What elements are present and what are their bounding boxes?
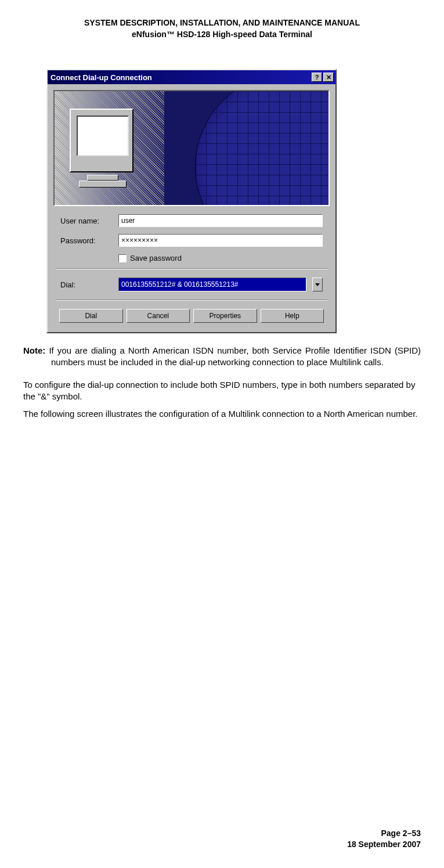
save-password-label: Save password: [130, 254, 182, 262]
document-header: SYSTEM DESCRIPTION, INSTALLATION, AND MA…: [23, 17, 421, 40]
note-label: Note:: [23, 345, 45, 355]
divider-1: [56, 268, 327, 269]
screenshot-figure: Connect Dial-up Connection ? ✕ User name…: [46, 69, 421, 333]
connect-dialog: Connect Dial-up Connection ? ✕ User name…: [46, 69, 337, 333]
dial-row: Dial:: [53, 278, 330, 291]
note-text: If you are dialing a North American ISDN…: [49, 345, 421, 367]
note-block: Note: If you are dialing a North America…: [23, 345, 421, 369]
body-para-2: The following screen illustrates the con…: [23, 408, 421, 420]
dial-button[interactable]: Dial: [59, 309, 123, 323]
header-line-1: SYSTEM DESCRIPTION, INSTALLATION, AND MA…: [23, 17, 421, 29]
password-label: Password:: [60, 236, 118, 245]
header-line-2: eNfusion™ HSD-128 High-speed Data Termin…: [23, 29, 421, 41]
dialog-title: Connect Dial-up Connection: [49, 73, 152, 82]
globe-icon: [195, 90, 330, 206]
username-label: User name:: [60, 217, 118, 225]
save-password-row: Save password: [53, 254, 330, 262]
dial-dropdown-button[interactable]: [312, 278, 323, 291]
cancel-button[interactable]: Cancel: [127, 309, 190, 323]
close-icon[interactable]: ✕: [323, 73, 334, 82]
password-row: Password:: [53, 234, 330, 247]
page-footer: Page 2–53 18 September 2007: [347, 828, 421, 851]
username-row: User name:: [53, 214, 330, 227]
properties-button[interactable]: Properties: [193, 309, 257, 323]
page-date: 18 September 2007: [347, 839, 421, 851]
help-button[interactable]: Help: [261, 309, 324, 323]
dial-combo: [118, 278, 323, 291]
divider-2: [56, 300, 327, 301]
hero-image: [53, 90, 330, 206]
password-input[interactable]: [118, 234, 323, 247]
chevron-down-icon: [315, 283, 320, 286]
titlebar-buttons: ? ✕: [312, 73, 334, 82]
help-icon[interactable]: ?: [312, 73, 322, 82]
dial-label: Dial:: [60, 280, 118, 289]
body-para-1: To configure the dial-up connection to i…: [23, 379, 421, 403]
monitor-icon: [70, 109, 133, 172]
username-input[interactable]: [118, 214, 323, 227]
titlebar: Connect Dial-up Connection ? ✕: [48, 70, 335, 84]
page-number: Page 2–53: [347, 828, 421, 840]
dial-input[interactable]: [118, 278, 306, 291]
dialog-body: User name: Password: Save password Dial:: [48, 84, 335, 332]
button-row: Dial Cancel Properties Help: [53, 309, 330, 326]
save-password-checkbox[interactable]: [118, 254, 127, 262]
